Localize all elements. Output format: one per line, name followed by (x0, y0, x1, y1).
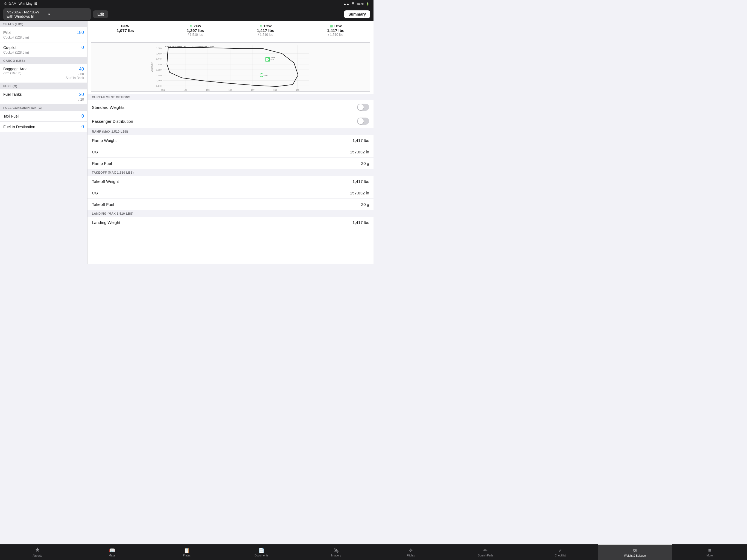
summary-button[interactable]: Summary (344, 10, 370, 18)
aircraft-selector[interactable]: N528BA - N271BW with Windows In ▾ (3, 8, 91, 20)
fuel-tanks-limit: / 20 (78, 98, 84, 101)
zfw-value: 1,297 lbs (163, 28, 228, 33)
svg-text:Structural MLDW: Structural MLDW (172, 46, 186, 48)
takeoff-weight-label: Takeoff Weight (92, 179, 119, 184)
copilot-sub: Cockpit (128.5 in) (3, 51, 29, 54)
taxi-fuel-value[interactable]: 0 (81, 114, 84, 119)
ramp-fuel-row: Ramp Fuel 20 g (87, 158, 374, 169)
ldw-col: ⊞ LDW 1,417 lbs / 1,510 lbs (304, 24, 368, 36)
ldw-limit: / 1,510 lbs (304, 33, 368, 36)
svg-text:154: 154 (183, 89, 187, 91)
svg-text:1,240: 1,240 (156, 85, 162, 87)
battery: 100% (357, 2, 364, 5)
svg-text:1,520: 1,520 (156, 47, 162, 50)
copilot-value[interactable]: 0 (81, 45, 84, 50)
tow-icon: ⊕ (259, 24, 264, 28)
ldw-icon: ⊞ (330, 24, 334, 28)
pilot-value[interactable]: 180 (77, 30, 84, 35)
takeoff-fuel-value: 20 g (361, 202, 369, 207)
svg-text:1,440: 1,440 (156, 58, 162, 60)
wb-chart: 1,520 1,480 1,440 1,400 1,360 1,320 1,28… (91, 42, 370, 92)
ldw-label: ⊞ LDW (304, 24, 368, 28)
ramp-fuel-label: Ramp Fuel (92, 161, 112, 166)
edit-button[interactable]: Edit (93, 10, 108, 18)
landing-weight-label: Landing Weight (92, 220, 120, 225)
svg-text:ZFW: ZFW (264, 74, 268, 77)
pilot-row[interactable]: Pilot 180 Cockpit (128.5 in) (0, 27, 87, 42)
right-panel: BEW 1,077 lbs ⊕ ZFW 1,297 lbs / 1,510 lb… (87, 21, 374, 264)
pilot-label: Pilot (3, 30, 11, 35)
pilot-sub: Cockpit (128.5 in) (3, 35, 29, 40)
zfw-col: ⊕ ZFW 1,297 lbs / 1,510 lbs (163, 24, 228, 36)
ramp-weight-value: 1,417 lbs (353, 138, 369, 143)
fuel-tanks-value[interactable]: 20 (78, 92, 84, 97)
svg-text:1,400: 1,400 (156, 63, 162, 66)
fuel-tanks-label: Fuel Tanks (3, 92, 22, 97)
baggage-label: Baggage Area (3, 67, 28, 71)
takeoff-fuel-row: Takeoff Fuel 20 g (87, 199, 374, 210)
time: 9:13 AM (4, 2, 17, 6)
weight-summary: BEW 1,077 lbs ⊕ ZFW 1,297 lbs / 1,510 lb… (87, 21, 374, 40)
ramp-section-title: RAMP (MAX 1,510 LBS) (87, 128, 374, 135)
passenger-dist-label: Passenger Distribution (92, 119, 133, 124)
fuel-dest-value[interactable]: 0 (81, 124, 84, 129)
baggage-limit: / 60 (78, 72, 84, 76)
takeoff-cg-value: 157.632 in (350, 190, 369, 195)
fuel-destination-row[interactable]: Fuel to Destination 0 (0, 122, 87, 132)
svg-text:1,480: 1,480 (156, 52, 162, 55)
bew-label: BEW (93, 24, 158, 28)
svg-text:158: 158 (274, 89, 277, 91)
takeoff-weight-value: 1,417 lbs (353, 179, 369, 184)
takeoff-fuel-label: Takeoff Fuel (92, 202, 114, 207)
ramp-fuel-value: 20 g (361, 161, 369, 166)
standard-weights-toggle[interactable] (357, 104, 369, 111)
passenger-dist-toggle[interactable] (357, 118, 369, 125)
aircraft-label: N528BA - N271BW with Windows In (6, 10, 46, 19)
ramp-cg-label: CG (92, 150, 98, 154)
fuel-consumption-header: FUEL CONSUMPTION (G) (0, 104, 87, 111)
passenger-distribution-row[interactable]: Passenger Distribution (87, 114, 374, 128)
zfw-icon: ⊕ (189, 24, 194, 28)
bew-value: 1,077 lbs (93, 28, 158, 33)
landing-weight-row: Landing Weight 1,417 lbs (87, 217, 374, 228)
fuel-tanks-row[interactable]: Fuel Tanks 20 / 20 (0, 90, 87, 104)
landing-section-title: LANDING (MAX 1,510 LBS) (87, 210, 374, 217)
tow-label: ⊕ TOW (233, 24, 298, 28)
svg-text:1,360: 1,360 (156, 69, 162, 71)
takeoff-cg-row: CG 157.632 in (87, 187, 374, 199)
svg-text:157: 157 (251, 89, 254, 91)
takeoff-section-title: TAKEOFF (MAX 1,510 LBS) (87, 169, 374, 176)
bew-limit (93, 33, 158, 36)
signal-icon: ▲▲ (343, 2, 350, 5)
ramp-cg-value: 157.632 in (350, 150, 369, 154)
left-panel: SEATS (LBS) Pilot 180 Cockpit (128.5 in)… (0, 21, 87, 264)
baggage-value[interactable]: 40 (66, 67, 84, 72)
baggage-row[interactable]: Baggage Area Arm (157 in) 40 / 60 Stuff … (0, 64, 87, 83)
baggage-note: Stuff in Back (66, 76, 84, 80)
zfw-limit: / 1,510 lbs (163, 33, 228, 36)
zfw-label: ⊕ ZFW (163, 24, 228, 28)
svg-text:Weight (lbs): Weight (lbs) (151, 62, 153, 72)
standard-weights-row[interactable]: Standard Weights (87, 100, 374, 114)
takeoff-weight-row: Takeoff Weight 1,417 lbs (87, 176, 374, 187)
takeoff-cg-label: CG (92, 190, 98, 195)
battery-icon: 🔋 (366, 2, 369, 5)
cargo-section-header: CARGO (LBS) (0, 57, 87, 64)
main-content: SEATS (LBS) Pilot 180 Cockpit (128.5 in)… (0, 21, 374, 264)
svg-text:155: 155 (206, 89, 210, 91)
bew-col: BEW 1,077 lbs (93, 24, 158, 36)
taxi-fuel-row[interactable]: Taxi Fuel 0 (0, 111, 87, 122)
baggage-sub: Arm (157 in) (3, 71, 28, 75)
ramp-weight-row: Ramp Weight 1,417 lbs (87, 135, 374, 146)
fuel-dest-label: Fuel to Destination (3, 125, 35, 129)
wifi-icon (351, 2, 355, 5)
wb-chart-svg: 1,520 1,480 1,440 1,400 1,360 1,320 1,28… (91, 43, 370, 91)
copilot-row[interactable]: Co-pilot 0 Cockpit (128.5 in) (0, 42, 87, 57)
nav-bar: N528BA - N271BW with Windows In ▾ Edit S… (0, 8, 374, 21)
taxi-fuel-label: Taxi Fuel (3, 114, 19, 119)
svg-text:1,320: 1,320 (156, 74, 162, 77)
svg-text:156: 156 (228, 89, 232, 91)
status-right: ▲▲ 100% 🔋 (343, 2, 369, 5)
chart-container: 1,520 1,480 1,440 1,400 1,360 1,320 1,28… (87, 40, 374, 94)
tow-value: 1,417 lbs (233, 28, 298, 33)
